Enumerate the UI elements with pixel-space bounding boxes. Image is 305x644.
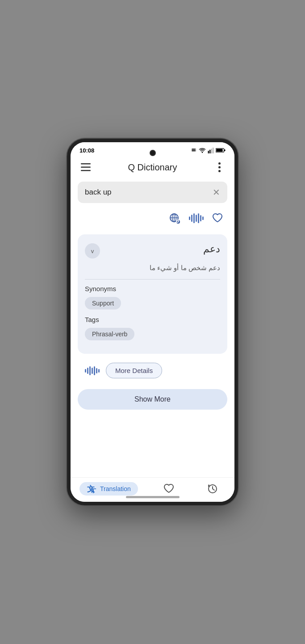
three-dots-icon bbox=[218, 162, 221, 172]
svg-rect-14 bbox=[81, 170, 91, 171]
divider-1 bbox=[85, 279, 220, 280]
action-icons-row bbox=[71, 208, 234, 231]
svg-point-16 bbox=[218, 166, 221, 169]
definition-card: v دعم دعم شخص ما أو شيء ما Synonyms Supp… bbox=[78, 234, 227, 354]
overflow-menu-button[interactable] bbox=[211, 159, 227, 175]
status-time: 10:08 bbox=[79, 147, 94, 154]
globe-search-icon bbox=[168, 212, 181, 225]
svg-rect-7 bbox=[211, 149, 212, 154]
nav-favorites[interactable] bbox=[156, 481, 182, 496]
svg-point-3 bbox=[195, 151, 196, 151]
svg-point-4 bbox=[202, 152, 203, 153]
camera-notch bbox=[142, 142, 163, 164]
svg-rect-6 bbox=[209, 150, 210, 153]
synonym-chip-support[interactable]: Support bbox=[85, 297, 121, 309]
more-details-button[interactable]: More Details bbox=[106, 363, 162, 378]
heart-icon bbox=[212, 212, 223, 224]
favorite-button[interactable] bbox=[209, 210, 226, 226]
clear-search-button[interactable]: ✕ bbox=[213, 187, 220, 198]
waveform-icon bbox=[189, 213, 204, 223]
word-type-badge: v bbox=[85, 243, 100, 258]
svg-point-17 bbox=[218, 170, 221, 172]
nav-translation[interactable]: 文 A Translation bbox=[79, 482, 138, 496]
menu-button[interactable] bbox=[78, 159, 94, 175]
search-bar[interactable]: back up ✕ bbox=[78, 182, 227, 203]
arabic-definition: دعم شخص ما أو شيء ما bbox=[85, 264, 220, 272]
svg-point-15 bbox=[218, 162, 221, 165]
show-more-button[interactable]: Show More bbox=[78, 389, 227, 410]
waveform-button[interactable] bbox=[188, 210, 204, 226]
svg-point-2 bbox=[195, 149, 196, 149]
card-waveform-icon[interactable] bbox=[85, 366, 100, 375]
svg-rect-5 bbox=[208, 151, 209, 153]
globe-search-button[interactable] bbox=[167, 210, 183, 226]
arabic-word: دعم bbox=[203, 243, 220, 255]
status-icons bbox=[191, 147, 226, 153]
tag-chip-phrasal-verb[interactable]: Phrasal-verb bbox=[85, 328, 134, 340]
svg-rect-12 bbox=[81, 163, 91, 165]
nav-heart-icon bbox=[163, 483, 175, 495]
nav-translation-content: 文 A Translation bbox=[87, 484, 131, 494]
tags-title: Tags bbox=[85, 316, 220, 323]
translation-icon: 文 A bbox=[87, 484, 96, 494]
home-indicator bbox=[126, 496, 180, 498]
synonyms-title: Synonyms bbox=[85, 285, 220, 292]
svg-rect-10 bbox=[216, 149, 222, 152]
synonyms-chips: Support bbox=[85, 297, 220, 309]
svg-rect-13 bbox=[81, 167, 91, 168]
svg-rect-8 bbox=[213, 148, 213, 153]
content-area: v دعم دعم شخص ما أو شيء ما Synonyms Supp… bbox=[71, 231, 234, 477]
search-bar-container: back up ✕ bbox=[71, 180, 234, 208]
history-icon bbox=[207, 483, 218, 495]
signal-icon bbox=[208, 147, 214, 153]
nav-history[interactable] bbox=[200, 481, 226, 496]
wifi-icon bbox=[199, 147, 206, 153]
svg-rect-11 bbox=[224, 149, 226, 151]
def-header: v دعم bbox=[85, 243, 220, 258]
storage-icon bbox=[191, 147, 197, 153]
more-details-row: More Details bbox=[78, 359, 227, 386]
translation-label: Translation bbox=[100, 485, 131, 492]
hamburger-icon bbox=[81, 163, 91, 171]
battery-icon bbox=[216, 148, 226, 153]
tags-chips: Phrasal-verb bbox=[85, 328, 220, 340]
search-value: back up bbox=[85, 188, 112, 197]
